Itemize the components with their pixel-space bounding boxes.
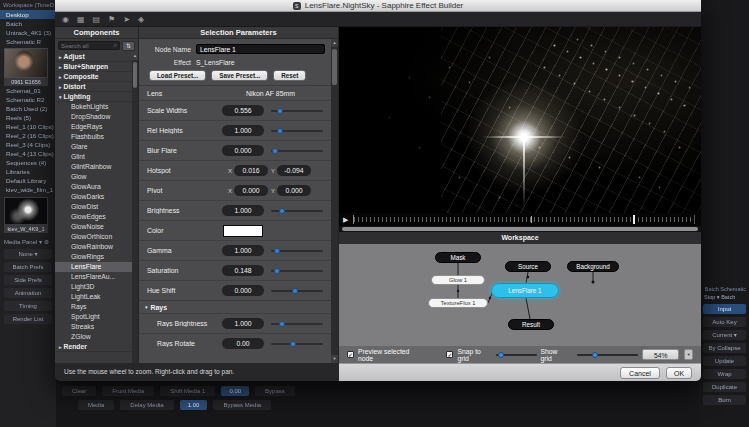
play-icon[interactable]: ▶ xyxy=(343,213,348,226)
load-preset-button[interactable]: Load Preset... xyxy=(149,70,206,81)
media-tree-item[interactable]: Libraries xyxy=(0,167,56,176)
media-tree-item[interactable]: Default Library xyxy=(0,176,56,185)
slider-thumb[interactable] xyxy=(277,108,283,114)
stop-batch-row[interactable]: Stop ▾ Batch xyxy=(700,292,749,302)
param-slider[interactable] xyxy=(271,320,323,328)
param-value-field[interactable]: 1.000 xyxy=(222,125,264,136)
param-value-field[interactable]: 0.556 xyxy=(222,105,264,116)
new-icon[interactable]: ◉ xyxy=(62,12,69,27)
component-item[interactable]: GlowRainbow xyxy=(55,242,132,252)
media-tree-item[interactable]: Reel_2 (16 Clips) xyxy=(0,131,56,140)
workspace-zoom-slider[interactable] xyxy=(577,351,638,359)
slider-thumb[interactable] xyxy=(274,248,280,254)
slider-thumb[interactable] xyxy=(290,341,296,347)
slider-thumb[interactable] xyxy=(279,208,285,214)
options-icon[interactable]: ◈ xyxy=(138,12,144,27)
component-item[interactable]: GlowDist xyxy=(55,202,132,212)
param-slider[interactable] xyxy=(271,340,323,348)
flame-right-button[interactable]: Input xyxy=(703,304,746,314)
flame-left-button[interactable]: None ▾ xyxy=(4,249,52,259)
slider-thumb[interactable] xyxy=(274,268,280,274)
param-value-field[interactable]: 0.000 xyxy=(222,145,264,156)
node-glow[interactable]: Glow 1 xyxy=(431,275,485,285)
timeline-scrubber[interactable] xyxy=(353,215,695,224)
component-item[interactable]: BokehLights xyxy=(55,102,132,112)
flame-left-button[interactable]: Render List xyxy=(4,314,52,324)
flame-right-button[interactable]: Current ▾ xyxy=(703,330,746,340)
component-item[interactable]: Glare xyxy=(55,142,132,152)
media-tree-item[interactable]: Schemat_01 xyxy=(0,86,56,95)
media-tree-item[interactable]: Schematic R xyxy=(0,37,56,46)
media-tree-item[interactable]: Reel_3 (4 Clips) xyxy=(0,140,56,149)
color-swatch[interactable] xyxy=(223,225,263,237)
clip-thumbnail-portrait[interactable] xyxy=(4,48,48,78)
component-item[interactable]: GlowDarks xyxy=(55,192,132,202)
flame-button[interactable]: Bypass Media xyxy=(213,400,271,410)
lens-value[interactable]: Nikon AF 85mm xyxy=(246,90,295,97)
slider-thumb[interactable] xyxy=(277,128,283,134)
flame-right-button[interactable]: By Collapse xyxy=(703,343,746,353)
param-slider[interactable] xyxy=(271,107,323,115)
flame-left-button[interactable]: Batch Prefs xyxy=(4,262,52,272)
media-tree-item[interactable]: Batch xyxy=(0,19,56,28)
components-scrollbar[interactable]: ▲ xyxy=(132,52,138,363)
component-item-lensflare[interactable]: LensFlare xyxy=(55,262,132,272)
component-item[interactable]: GlowEdges xyxy=(55,212,132,222)
snap-to-grid-checkbox[interactable]: ✓ xyxy=(446,351,453,358)
media-tree-item[interactable]: Untrack_4K1 (3) xyxy=(0,28,56,37)
clip-thumbnail-night[interactable] xyxy=(4,197,48,225)
flame-button[interactable]: Bypass xyxy=(255,386,295,396)
media-tree-desktop[interactable]: Desktop xyxy=(0,10,56,19)
flag-icon[interactable]: ⚑ xyxy=(108,12,115,27)
category-render[interactable]: ▸Render xyxy=(55,342,132,352)
component-item[interactable]: Light3D xyxy=(55,282,132,292)
category-adjust[interactable]: ▸Adjust xyxy=(55,52,132,62)
component-item[interactable]: GlowRings xyxy=(55,252,132,262)
category-distort[interactable]: ▸Distort xyxy=(55,82,132,92)
component-item[interactable]: DropShadow xyxy=(55,112,132,122)
flame-button[interactable]: Clear xyxy=(62,386,96,396)
scroll-down-icon[interactable]: ▼ xyxy=(331,355,338,363)
scrollbar-thumb[interactable] xyxy=(332,49,337,85)
media-tree-item[interactable]: Schematic R2 xyxy=(0,95,56,104)
media-tree-item[interactable]: Batch Used (2) xyxy=(0,104,56,113)
flame-left-button[interactable]: Side Prefs xyxy=(4,275,52,285)
component-item[interactable]: GlowNoise xyxy=(55,222,132,232)
scroll-up-icon[interactable]: ▲ xyxy=(132,52,138,60)
scrollbar-thumb[interactable] xyxy=(133,62,137,88)
media-tree-item[interactable]: Reel_1 (10 Clips) xyxy=(0,122,56,131)
component-item[interactable]: SpotLight xyxy=(55,312,132,322)
component-item[interactable]: Glint xyxy=(55,152,132,162)
search-field[interactable]: ⌕ xyxy=(58,41,120,50)
node-source[interactable]: Source xyxy=(505,261,551,272)
component-item[interactable]: ZGlow xyxy=(55,332,132,342)
preview-selected-checkbox[interactable]: ✓ xyxy=(347,351,354,358)
param-slider[interactable] xyxy=(271,147,323,155)
component-item[interactable]: GlowAura xyxy=(55,182,132,192)
media-tree-item[interactable]: Sequences (4) xyxy=(0,158,56,167)
node-textureflux[interactable]: TextureFlux 1 xyxy=(428,298,488,308)
save-icon[interactable]: ▤ xyxy=(93,12,101,27)
node-background[interactable]: Background xyxy=(567,261,619,272)
slider-thumb[interactable] xyxy=(592,352,598,358)
param-slider[interactable] xyxy=(271,267,323,275)
node-lensflare-selected[interactable]: LensFlare 1 xyxy=(491,283,559,298)
param-value-field[interactable]: 0.000 xyxy=(222,285,264,296)
parameters-scrollbar[interactable]: ▲ ▼ xyxy=(331,39,338,363)
node-mask[interactable]: Mask xyxy=(435,252,481,263)
flame-right-button[interactable]: Burn xyxy=(703,395,746,405)
pivot-x-field[interactable]: 0.000 xyxy=(234,185,268,196)
param-slider[interactable] xyxy=(271,127,323,135)
media-panel-selector[interactable]: Media Panel ▾ ⚙ xyxy=(0,237,56,247)
category-composite[interactable]: ▸Composite xyxy=(55,72,132,82)
rays-section-header[interactable]: ▾ Rays xyxy=(139,300,331,313)
component-item[interactable]: LensFlareAu... xyxy=(55,272,132,282)
category-lighting[interactable]: ▾Lighting xyxy=(55,92,132,102)
media-tree-item[interactable]: Reel_4 (13 Clips) xyxy=(0,149,56,158)
component-item[interactable]: EdgeRays xyxy=(55,122,132,132)
param-slider[interactable] xyxy=(271,247,323,255)
flame-left-button[interactable]: Animation xyxy=(4,288,52,298)
save-preset-button[interactable]: Save Preset... xyxy=(211,70,268,81)
zoom-percent-field[interactable]: 54% xyxy=(642,349,679,360)
component-item[interactable]: LightLeak xyxy=(55,292,132,302)
